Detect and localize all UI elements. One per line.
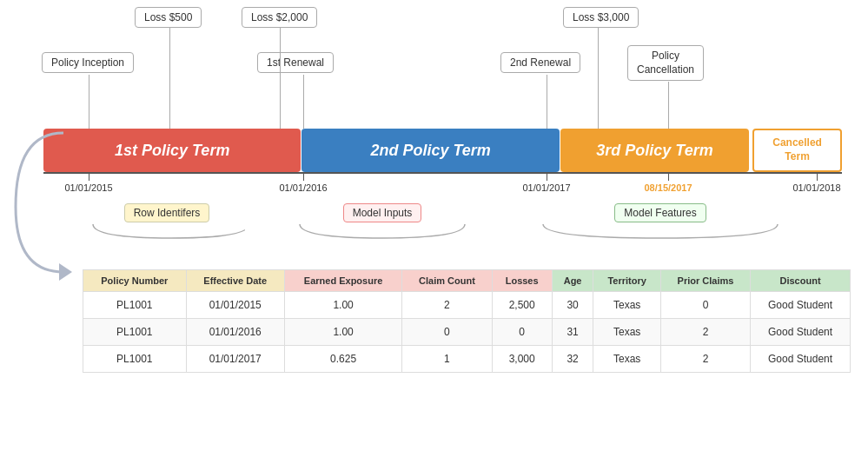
tick-5 — [817, 172, 818, 181]
timeline-bar-container: 1st Policy Term 2nd Policy Term 3rd Poli… — [43, 129, 842, 172]
table-row: PL1001 01/01/2016 1.00 0 0 31 Texas 2 Go… — [83, 319, 851, 346]
cell-policy-number-1: PL1001 — [83, 292, 187, 319]
table-row: PL1001 01/01/2017 0.625 1 3,000 32 Texas… — [83, 346, 851, 373]
row-id-brace — [89, 222, 245, 242]
cell-prior-claims-1: 0 — [660, 292, 750, 319]
renewal2-box: 2nd Renewal — [500, 52, 580, 73]
cell-earned-exposure-3: 0.625 — [284, 346, 402, 373]
data-table: Policy Number Effective Date Earned Expo… — [83, 269, 851, 373]
th-territory: Territory — [593, 270, 660, 292]
cell-discount-3: Good Student — [751, 346, 851, 373]
cell-territory-2: Texas — [593, 319, 660, 346]
term-cancelled-bar: CancelledTerm — [752, 129, 842, 172]
cell-earned-exposure-2: 1.00 — [284, 319, 402, 346]
renewal1-vline — [303, 75, 304, 129]
axis-line — [43, 172, 842, 174]
timeline-section: Loss $500 Loss $2,000 Loss $3,000 Policy… — [0, 0, 868, 226]
loss2-vline — [280, 28, 281, 129]
section-labels: Row Identifers Model Inputs Model Featur… — [43, 203, 842, 264]
cell-effective-date-3: 01/01/2017 — [186, 346, 284, 373]
th-effective-date: Effective Date — [186, 270, 284, 292]
cell-discount-1: Good Student — [751, 292, 851, 319]
cell-earned-exposure-1: 1.00 — [284, 292, 402, 319]
cell-prior-claims-3: 2 — [660, 346, 750, 373]
row-identifiers-label: Row Identifers — [89, 203, 245, 242]
tick-3 — [547, 172, 547, 181]
cell-claim-count-2: 0 — [402, 319, 492, 346]
th-earned-exposure: Earned Exposure — [284, 270, 402, 292]
model-features-label: Model Features — [539, 203, 782, 242]
th-discount: Discount — [751, 270, 851, 292]
renewal1-box: 1st Renewal — [257, 52, 334, 73]
cell-effective-date-2: 01/01/2016 — [186, 319, 284, 346]
th-claim-count: Claim Count — [402, 270, 492, 292]
curved-arrow — [7, 129, 76, 281]
date-label-3: 01/01/2017 — [522, 182, 570, 193]
cancellation-vline — [668, 82, 669, 129]
cell-policy-number-2: PL1001 — [83, 319, 187, 346]
loss-box-1: Loss $500 — [135, 7, 202, 28]
date-label-5: 01/01/2018 — [792, 182, 840, 193]
cell-discount-2: Good Student — [751, 319, 851, 346]
cell-territory-3: Texas — [593, 346, 660, 373]
inception-vline — [89, 75, 89, 129]
cell-losses-2: 0 — [492, 319, 552, 346]
model-features-brace — [539, 222, 782, 242]
th-policy-number: Policy Number — [83, 270, 187, 292]
date-label-4: 08/15/2017 — [644, 182, 692, 193]
loss1-vline — [169, 28, 170, 129]
cell-claim-count-1: 2 — [402, 292, 492, 319]
cell-age-2: 31 — [552, 319, 593, 346]
model-inputs-label: Model Inputs — [295, 203, 469, 242]
table-section: Policy Number Effective Date Earned Expo… — [83, 269, 851, 373]
th-prior-claims: Prior Claims — [660, 270, 750, 292]
model-inputs-brace — [295, 222, 469, 242]
th-age: Age — [552, 270, 593, 292]
term2-bar: 2nd Policy Term — [301, 129, 559, 172]
renewal2-vline — [547, 75, 547, 129]
cell-losses-3: 3,000 — [492, 346, 552, 373]
main-container: Loss $500 Loss $2,000 Loss $3,000 Policy… — [0, 0, 868, 464]
cell-prior-claims-2: 2 — [660, 319, 750, 346]
loss-box-3: Loss $3,000 — [563, 7, 639, 28]
cell-age-3: 32 — [552, 346, 593, 373]
table-row: PL1001 01/01/2015 1.00 2 2,500 30 Texas … — [83, 292, 851, 319]
svg-marker-0 — [59, 263, 72, 281]
cancellation-box: PolicyCancellation — [627, 45, 704, 81]
loss3-vline — [598, 28, 599, 129]
cell-territory-1: Texas — [593, 292, 660, 319]
loss-box-2: Loss $2,000 — [242, 7, 317, 28]
tick-1 — [89, 172, 89, 181]
cell-age-1: 30 — [552, 292, 593, 319]
cell-claim-count-3: 1 — [402, 346, 492, 373]
cell-policy-number-3: PL1001 — [83, 346, 187, 373]
term3-bar: 3rd Policy Term — [560, 129, 749, 172]
th-losses: Losses — [492, 270, 552, 292]
policy-inception-box: Policy Inception — [42, 52, 134, 73]
cell-losses-1: 2,500 — [492, 292, 552, 319]
term1-bar: 1st Policy Term — [43, 129, 301, 172]
tick-4 — [668, 172, 669, 181]
tick-2 — [303, 172, 304, 181]
cell-effective-date-1: 01/01/2015 — [186, 292, 284, 319]
date-label-2: 01/01/2016 — [279, 182, 327, 193]
